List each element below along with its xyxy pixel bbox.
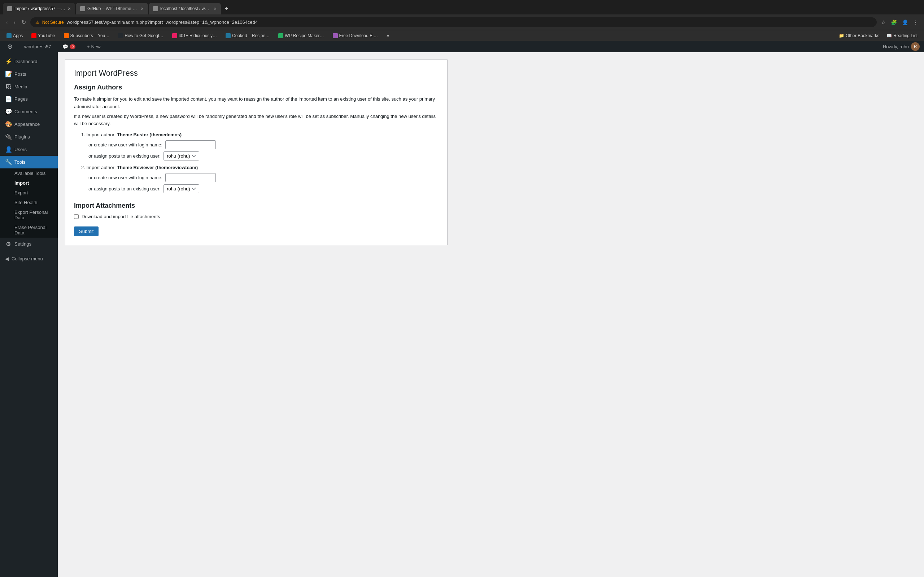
main-content: Import WordPress Assign Authors To make … [58,52,924,577]
tab-title-1: Import ‹ wordpress57 — Word… [15,6,66,11]
sidebar-subitem-site-health[interactable]: Site Health [0,198,58,207]
howdy-text: Howdy, rohu [883,44,909,49]
tab-favicon-2 [80,6,85,11]
bookmark-icon-recipe [278,33,283,38]
bookmark-apps[interactable]: Apps [4,32,25,39]
assign-authors-desc1: To make it simpler for you to edit and s… [74,95,439,111]
admin-bar-wp-logo[interactable]: ⊕ [4,41,16,52]
sidebar-item-settings[interactable]: ⚙ Settings [0,238,58,250]
sidebar: ⚡ Dashboard 📝 Posts 🖼 Media 📄 Pages 💬 Co… [0,52,58,577]
sidebar-submenu-tools: Available Tools Import Export Site Healt… [0,168,58,238]
security-icon: ⚠ [36,20,39,25]
sidebar-subitem-export-personal-data[interactable]: Export Personal Data [0,207,58,222]
sidebar-item-tools[interactable]: 🔧 Tools [0,156,58,168]
author-1-existing-label: or assign posts to an existing user: [89,153,161,159]
browser-chrome: Import ‹ wordpress57 — Word… × GitHub – … [0,0,924,41]
tab-close-1[interactable]: × [68,6,71,11]
refresh-button[interactable]: ↻ [20,17,27,27]
comment-count-badge: 0 [69,44,76,49]
tools-icon: 🔧 [5,159,11,166]
bookmark-label-youtube: YouTube [38,33,55,38]
bookmark-youtube[interactable]: YouTube [29,32,57,39]
admin-bar-new[interactable]: + New [84,41,103,52]
sidebar-item-media[interactable]: 🖼 Media [0,81,58,93]
sidebar-item-dashboard[interactable]: ⚡ Dashboard [0,55,58,68]
import-box: Import WordPress Assign Authors To make … [65,60,447,245]
import-attachments-heading: Import Attachments [74,202,439,210]
other-bookmarks[interactable]: 📁 Other Bookmarks [837,32,881,39]
plugins-icon: 🔌 [5,134,11,140]
sidebar-label-posts: Posts [15,71,26,77]
author-2-import-label: Import author: [86,165,115,170]
new-tab-button[interactable]: + [221,3,231,14]
author-1-existing-user-select[interactable]: rohu (rohu) [163,152,199,161]
tab-close-3[interactable]: × [214,6,216,11]
attachments-checkbox-label[interactable]: Download and import file attachments [82,214,160,219]
assign-authors-section: Assign Authors To make it simpler for yo… [74,84,439,193]
tab-close-2[interactable]: × [141,6,144,11]
admin-avatar: R [911,42,920,51]
bookmark-cooked[interactable]: Cooked – Recipe… [223,32,272,39]
bookmark-icon-apps [6,33,11,38]
appearance-icon: 🎨 [5,121,11,128]
page-title: Import WordPress [74,69,439,78]
sidebar-item-pages[interactable]: 📄 Pages [0,93,58,105]
reading-list[interactable]: 📖 Reading List [884,32,920,39]
back-button[interactable]: ‹ [4,18,9,27]
sidebar-item-appearance[interactable]: 🎨 Appearance [0,118,58,131]
collapse-menu[interactable]: ◀ Collapse menu [0,253,58,264]
browser-tab-2[interactable]: GitHub – WPTT/theme-unit-te… × [76,3,148,15]
address-bar[interactable]: ⚠ Not Secure wordpress57.test/wp-admin/a… [30,17,877,27]
admin-bar-site-name[interactable]: wordpress57 [21,41,54,52]
bookmark-401[interactable]: 401+ Ridiculously… [170,32,219,39]
media-icon: 🖼 [5,83,11,90]
settings-icon: ⚙ [5,240,11,247]
bookmark-subscribers[interactable]: Subscribers – You… [62,32,112,39]
author-1-new-user-row: or create new user with login name: [89,140,439,149]
extensions-icon[interactable]: 🧩 [889,18,898,27]
bookmark-label-cooked: Cooked – Recipe… [232,33,270,38]
sidebar-subitem-import[interactable]: Import [0,178,58,188]
profile-icon[interactable]: 👤 [901,18,909,27]
tab-title-2: GitHub – WPTT/theme-unit-te… [87,6,139,11]
sidebar-item-comments[interactable]: 💬 Comments [0,105,58,118]
browser-tab-1[interactable]: Import ‹ wordpress57 — Word… × [3,3,75,15]
menu-icon[interactable]: ⋮ [912,18,920,27]
assign-authors-desc2: If a new user is created by WordPress, a… [74,113,439,128]
admin-bar-comments[interactable]: 💬 0 [60,41,78,52]
sidebar-subitem-erase-personal-data[interactable]: Erase Personal Data [0,222,58,238]
author-1-new-user-input[interactable] [165,140,216,149]
sidebar-label-plugins: Plugins [15,134,30,140]
bookmarks-more[interactable]: » [384,32,391,39]
sidebar-label-users: Users [15,147,27,152]
sidebar-subitem-available-tools[interactable]: Available Tools [0,168,58,178]
sidebar-label-settings: Settings [15,241,31,247]
bookmark-star-icon[interactable]: ☆ [880,18,887,27]
bookmark-label-401: 401+ Ridiculously… [179,33,217,38]
author-item-2: 2. Import author: Theme Reviewer (themer… [81,165,439,193]
bookmark-icon-cooked [226,33,231,38]
author-1-import-label: Import author: [86,132,115,137]
submit-button[interactable]: Submit [74,226,99,236]
sidebar-subitem-export[interactable]: Export [0,188,58,198]
security-label: Not Secure [42,20,64,25]
admin-bar-howdy[interactable]: Howdy, rohu R [883,42,920,51]
author-item-1: 1. Import author: Theme Buster (themedem… [81,132,439,161]
attachments-checkbox[interactable] [74,214,79,219]
browser-tab-3[interactable]: localhost / localhost / wordpr… × [149,3,221,15]
comments-nav-icon: 💬 [5,108,11,115]
forward-button[interactable]: › [12,18,16,27]
sidebar-item-plugins[interactable]: 🔌 Plugins [0,131,58,143]
author-2-new-user-row: or create new user with login name: [89,173,439,182]
author-2-label: 2. Import author: Theme Reviewer (themer… [81,165,439,170]
sidebar-item-users[interactable]: 👤 Users [0,143,58,156]
dashboard-icon: ⚡ [5,58,11,65]
bookmark-recipe[interactable]: WP Recipe Maker… [276,32,326,39]
bookmark-free[interactable]: Free Download El… [331,32,380,39]
author-2-existing-user-select[interactable]: rohu (rohu) [163,184,199,193]
bookmark-label-apps: Apps [13,33,23,38]
author-2-new-user-input[interactable] [165,173,216,182]
bookmark-google[interactable]: How to Get Googl… [116,32,165,39]
bookmarks-bar: Apps YouTube Subscribers – You… How to G… [0,30,924,41]
sidebar-item-posts[interactable]: 📝 Posts [0,68,58,81]
